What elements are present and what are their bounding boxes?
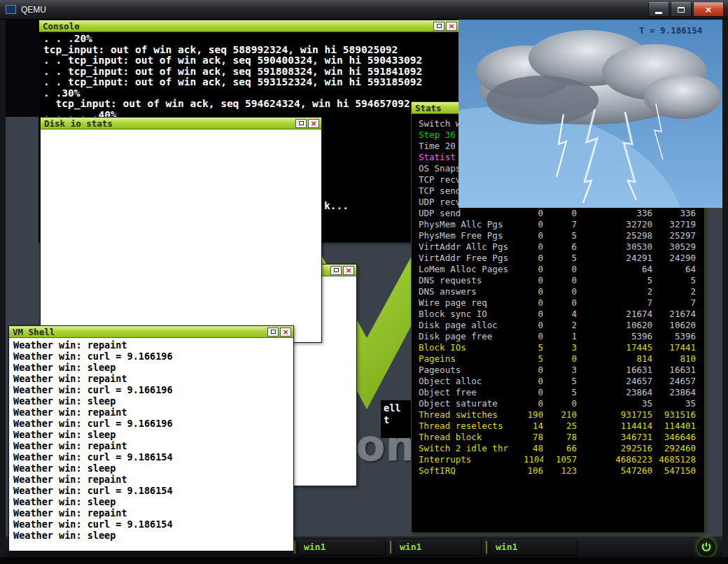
stats-row-value: 1 <box>543 331 577 342</box>
qemu-minimize-button[interactable] <box>648 2 669 17</box>
stats-row: SoftIRQ106123547260547150 <box>419 465 697 477</box>
vmshell-line: Weather win: sleep <box>13 463 289 474</box>
stats-row-value: 0 <box>524 297 543 309</box>
stats-row-value: 7 <box>652 297 696 309</box>
stats-row-value: 0 <box>524 286 543 297</box>
minimize-icon <box>334 268 339 272</box>
taskbar-window-button[interactable]: win1 <box>489 539 578 556</box>
stats-row-value: 5396 <box>577 331 652 342</box>
stats-row-value: 814 <box>577 353 652 365</box>
close-icon: × <box>310 120 316 127</box>
minimize-button[interactable] <box>330 266 342 275</box>
stats-row-value: 0 <box>524 309 543 320</box>
console-titlebar[interactable]: Console × <box>39 20 459 32</box>
close-button[interactable]: × <box>446 22 457 31</box>
vmshell-line: Weather win: sleep <box>13 429 289 440</box>
desktop-dark-region <box>6 20 38 117</box>
stats-row-value: 292460 <box>652 443 696 454</box>
stats-row-value: 346731 <box>577 432 652 443</box>
stats-row: PhysMem Free Pgs052529825297 <box>419 230 697 241</box>
close-button[interactable]: × <box>308 119 319 128</box>
vmshell-line: Weather win: curl = 9.166196 <box>13 384 289 395</box>
minimize-icon <box>437 24 442 28</box>
stats-row-label: Wire page req <box>419 297 524 309</box>
minimize-button[interactable] <box>267 327 279 337</box>
close-icon: × <box>282 328 288 336</box>
stats-row-value: 16631 <box>577 365 652 376</box>
qemu-app-icon <box>6 5 16 14</box>
stats-row-value: 5 <box>543 253 577 264</box>
stats-row-label: Thread block <box>419 432 524 443</box>
stats-row-value: 5 <box>577 275 652 286</box>
stats-row-value: 547150 <box>652 465 696 477</box>
stats-row-value: 0 <box>524 275 543 286</box>
stats-row: Thread reselects1425114414114401 <box>419 421 697 432</box>
vmshell-line: Weather win: curl = 9.166196 <box>13 418 289 429</box>
taskbar-window-button[interactable]: win1 <box>393 539 482 556</box>
stats-row-value: 346646 <box>652 432 696 443</box>
stats-row-value: 2 <box>652 286 696 297</box>
stats-row: Object alloc052465724657 <box>419 376 697 387</box>
taskbar-buttons: win1win1win1 <box>294 539 582 556</box>
minimize-button[interactable] <box>433 22 444 31</box>
stats-row-value: 0 <box>524 387 543 398</box>
taskbar-window-button[interactable]: win1 <box>298 539 386 556</box>
vmshell-line: Weather win: sleep <box>13 362 289 373</box>
stats-row-value: 4685128 <box>652 454 696 465</box>
stats-row-value: 16631 <box>652 365 696 376</box>
close-button[interactable]: × <box>343 266 354 275</box>
stats-row-value: 5 <box>652 275 696 286</box>
close-button[interactable]: × <box>280 327 291 337</box>
window-title: VM Shell <box>11 327 266 337</box>
vmshell-line: Weather win: repaint <box>13 407 289 418</box>
fragment-line: t <box>384 414 408 426</box>
console-line: tcp_input: out of win ack, seq 594624324… <box>43 99 455 110</box>
vmshell-line: Weather win: sleep <box>13 395 289 407</box>
stats-row-label: Object alloc <box>419 376 524 387</box>
qemu-maximize-button[interactable] <box>671 2 692 17</box>
stats-row-value: 0 <box>524 241 543 253</box>
stats-row-value: 78 <box>524 432 543 443</box>
qemu-window: QEMU × om Console × . . .20%tcp_input: o… <box>0 0 728 564</box>
stats-row: LoMem Alloc Pages006464 <box>419 264 697 275</box>
stats-row-value: 0 <box>524 253 543 264</box>
stats-row-label: Disk page free <box>419 331 524 342</box>
stats-row-value: 24657 <box>577 376 652 387</box>
stats-row: Switch 2 idle thr4866292516292460 <box>419 443 697 454</box>
hidden-terminal-fragment: ellt <box>381 400 411 438</box>
taskbar-separator <box>294 541 295 554</box>
stats-row: Interrupts1104105746862234685128 <box>419 454 697 465</box>
stats-row-value: 5 <box>524 342 543 353</box>
stats-row-value: 14 <box>524 421 543 432</box>
minimize-button[interactable] <box>295 119 307 128</box>
stats-row-value: 0 <box>543 275 577 286</box>
stats-row-value: 0 <box>524 331 543 342</box>
stats-row-value: 78 <box>543 432 577 443</box>
stats-row-value: 35 <box>577 398 652 409</box>
stats-row-value: 35 <box>652 398 696 409</box>
qemu-close-button[interactable]: × <box>693 2 724 17</box>
stats-row-label: Block IOs <box>419 342 524 353</box>
qemu-titlebar[interactable]: QEMU × <box>0 0 728 20</box>
stats-row-value: 10620 <box>577 320 652 331</box>
disk-io-titlebar[interactable]: Disk io stats × <box>41 118 321 129</box>
stats-row-label: VirtAddr Free Pgs <box>419 253 524 264</box>
fragment-line: ell <box>384 402 408 414</box>
stats-row-value: 0 <box>543 208 577 219</box>
stats-row-value: 292516 <box>577 443 652 454</box>
stats-row-value: 21674 <box>652 309 696 320</box>
stats-row-label: Thread reselects <box>419 421 524 432</box>
power-button[interactable] <box>697 538 715 556</box>
stats-row-value: 0 <box>543 398 577 409</box>
stats-row-value: 4686223 <box>577 454 652 465</box>
stats-row-value: 23864 <box>652 387 696 398</box>
stats-row: Object saturate003535 <box>419 398 697 409</box>
vmshell-output: Weather win: repaintWeather win: curl = … <box>9 338 293 551</box>
vm-shell-titlebar[interactable]: VM Shell × <box>9 326 293 338</box>
taskbar-separator <box>486 541 487 554</box>
stats-row-value: 24291 <box>577 253 652 264</box>
stats-row: Disk page alloc021062010620 <box>419 320 697 331</box>
window-left-border <box>0 20 6 564</box>
weather-window: T = 9.186154 <box>458 20 722 208</box>
vmshell-line: Weather win: repaint <box>13 507 289 519</box>
